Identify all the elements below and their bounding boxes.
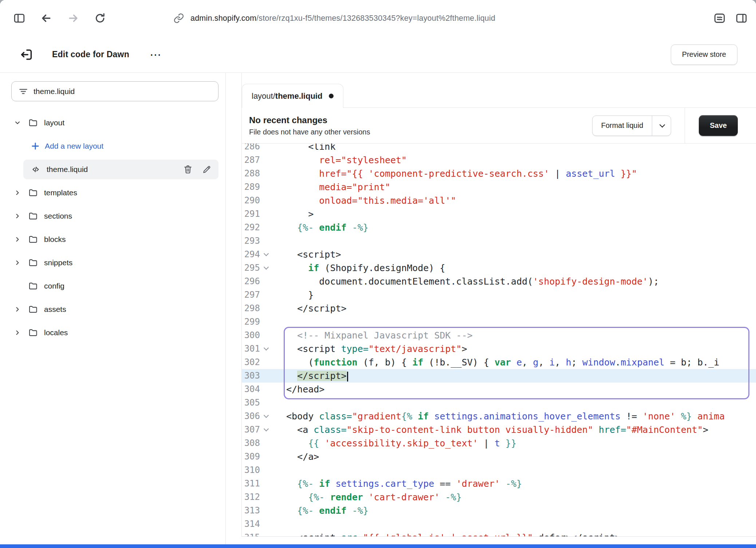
- code-line[interactable]: 301 <script type="text/javascript">: [242, 342, 756, 356]
- code-line[interactable]: 286 <link: [242, 144, 756, 153]
- fold-gutter[interactable]: [260, 329, 286, 342]
- fold-gutter[interactable]: [260, 248, 286, 261]
- code-line[interactable]: 293: [242, 234, 756, 248]
- fold-gutter[interactable]: [260, 531, 286, 536]
- extensions-icon[interactable]: [713, 12, 726, 25]
- fold-gutter[interactable]: [260, 302, 286, 315]
- file-search-box[interactable]: [11, 81, 218, 101]
- fold-gutter[interactable]: [260, 356, 286, 369]
- fold-gutter[interactable]: [260, 490, 286, 504]
- sidebar-folder-sections[interactable]: sections: [11, 206, 218, 226]
- rename-file-icon[interactable]: [202, 164, 212, 175]
- code-line[interactable]: 299: [242, 315, 756, 329]
- code-line[interactable]: 292 {%- endif -%}: [242, 221, 756, 234]
- code-line[interactable]: 302 (function (f, b) { if (!b.__SV) { va…: [242, 356, 756, 369]
- code-line[interactable]: 311 {%- if settings.cart_type == 'drawer…: [242, 477, 756, 490]
- fold-gutter[interactable]: [260, 383, 286, 396]
- code-line[interactable]: 298 </script>: [242, 302, 756, 315]
- code-line[interactable]: 315 <script src="{{ 'global.js' | asset_…: [242, 531, 756, 536]
- fold-gutter[interactable]: [260, 288, 286, 302]
- fold-chevron-icon: [264, 265, 269, 270]
- code-line[interactable]: 297 }: [242, 288, 756, 302]
- chevron-right-icon[interactable]: [13, 212, 22, 220]
- code-line[interactable]: 312 {%- render 'cart-drawer' -%}: [242, 490, 756, 504]
- code-line[interactable]: 294 <script>: [242, 248, 756, 261]
- code-line[interactable]: 310: [242, 463, 756, 477]
- code-line[interactable]: 288 href="{{ 'component-predictive-searc…: [242, 167, 756, 180]
- fold-gutter[interactable]: [260, 437, 286, 450]
- fold-gutter[interactable]: [260, 463, 286, 477]
- fold-gutter[interactable]: [260, 153, 286, 167]
- forward-icon[interactable]: [67, 12, 80, 25]
- fold-gutter[interactable]: [260, 315, 286, 329]
- fold-gutter[interactable]: [260, 275, 286, 288]
- chevron-down-icon[interactable]: [13, 118, 22, 127]
- side-panel-icon[interactable]: [735, 12, 748, 25]
- code-line[interactable]: 308 {{ 'accessibility.skip_to_text' | t …: [242, 437, 756, 450]
- code-line[interactable]: 291 >: [242, 207, 756, 221]
- fold-gutter[interactable]: [260, 194, 286, 207]
- exit-icon[interactable]: [19, 47, 34, 62]
- fold-gutter[interactable]: [260, 261, 286, 275]
- code-line[interactable]: 289 media="print": [242, 180, 756, 194]
- format-liquid-button[interactable]: Format liquid: [592, 116, 672, 136]
- sidebar-folder-templates[interactable]: templates: [11, 183, 218, 203]
- chevron-down-icon[interactable]: [652, 116, 671, 136]
- address-bar[interactable]: admin.shopify.com/store/rzq1xu-f5/themes…: [172, 12, 495, 25]
- fold-gutter[interactable]: [260, 342, 286, 356]
- fold-gutter[interactable]: [260, 234, 286, 248]
- code-line[interactable]: 307 <a class="skip-to-content-link butto…: [242, 423, 756, 437]
- code-line[interactable]: 290 onload="this.media='all'": [242, 194, 756, 207]
- back-icon[interactable]: [40, 12, 53, 25]
- code-text: document.documentElement.classList.add('…: [286, 275, 756, 288]
- fold-gutter[interactable]: [260, 477, 286, 490]
- code-line[interactable]: 309 </a>: [242, 450, 756, 463]
- code-line[interactable]: 305: [242, 396, 756, 410]
- code-line[interactable]: 300 <!-- Mixpanel Javascript SDK -->: [242, 329, 756, 342]
- more-actions-icon[interactable]: ⋯: [147, 51, 164, 58]
- fold-gutter[interactable]: [260, 221, 286, 234]
- file-search-input[interactable]: [34, 87, 212, 96]
- code-line[interactable]: 296 document.documentElement.classList.a…: [242, 275, 756, 288]
- fold-gutter[interactable]: [260, 504, 286, 517]
- sidebar-folder-locales[interactable]: locales: [11, 323, 218, 342]
- sidebar-folder-snippets[interactable]: snippets: [11, 253, 218, 273]
- fold-gutter[interactable]: [260, 369, 286, 383]
- fold-gutter[interactable]: [260, 144, 286, 153]
- code-line[interactable]: 304 </head>: [242, 383, 756, 396]
- chevron-right-icon[interactable]: [13, 305, 22, 314]
- sidebar-folder-assets[interactable]: assets: [11, 300, 218, 319]
- sidebar-folder-config[interactable]: config: [11, 276, 218, 296]
- reload-icon[interactable]: [94, 12, 107, 25]
- fold-gutter[interactable]: [260, 410, 286, 423]
- fold-gutter[interactable]: [260, 450, 286, 463]
- sidebar-folder-layout[interactable]: layout: [11, 113, 218, 133]
- code-line[interactable]: 303 </script>: [242, 369, 756, 383]
- chevron-right-icon[interactable]: [13, 235, 22, 244]
- fold-gutter[interactable]: [260, 517, 286, 531]
- code-line[interactable]: 295 if (Shopify.designMode) {: [242, 261, 756, 275]
- chevron-right-icon[interactable]: [13, 328, 22, 337]
- code-line[interactable]: 313 {%- endif -%}: [242, 504, 756, 517]
- delete-file-icon[interactable]: [183, 164, 193, 175]
- fold-gutter[interactable]: [260, 180, 286, 194]
- fold-gutter[interactable]: [260, 167, 286, 180]
- save-button[interactable]: Save: [699, 115, 738, 136]
- fold-gutter[interactable]: [260, 207, 286, 221]
- preview-store-button[interactable]: Preview store: [671, 44, 737, 65]
- tab-layout-theme-liquid[interactable]: layout/theme.liquid: [242, 84, 343, 108]
- code-line[interactable]: 287 rel="stylesheet": [242, 153, 756, 167]
- sidebar-file-theme-liquid[interactable]: theme.liquid: [23, 160, 218, 179]
- app-header: Edit code for Dawn ⋯ Preview store: [0, 36, 756, 73]
- sidebar-folder-blocks[interactable]: blocks: [11, 230, 218, 249]
- fold-gutter[interactable]: [260, 396, 286, 410]
- line-number: 305: [242, 396, 260, 410]
- code-line[interactable]: 314: [242, 517, 756, 531]
- chevron-right-icon[interactable]: [13, 258, 22, 267]
- sidebar-toggle-icon[interactable]: [13, 12, 26, 25]
- code-line[interactable]: 306 <body class="gradient{% if settings.…: [242, 410, 756, 423]
- add-layout-button[interactable]: Add a new layout: [11, 136, 218, 156]
- code-editor[interactable]: 286 <link 287 rel="stylesheet" 288 href=…: [242, 144, 756, 536]
- chevron-right-icon[interactable]: [13, 188, 22, 197]
- fold-gutter[interactable]: [260, 423, 286, 437]
